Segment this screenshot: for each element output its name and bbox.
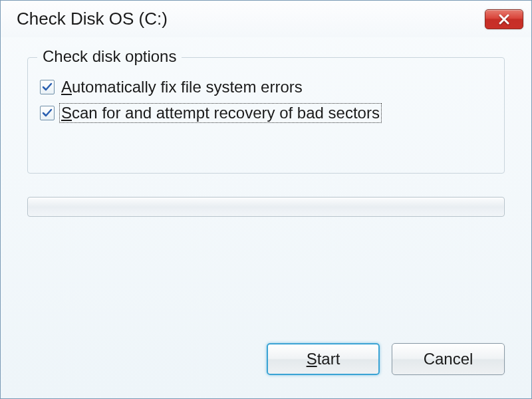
autofix-checkbox[interactable] bbox=[40, 80, 55, 94]
option-scanbad-row: Scan for and attempt recovery of bad sec… bbox=[40, 103, 492, 123]
checkmark-icon bbox=[42, 82, 53, 92]
dialog-content: Check disk options Automatically fix fil… bbox=[1, 37, 531, 217]
autofix-label: Automatically fix file system errors bbox=[61, 78, 303, 96]
button-row: Start Cancel bbox=[267, 343, 505, 375]
window-title: Check Disk OS (C:) bbox=[17, 9, 168, 29]
titlebar: Check Disk OS (C:) bbox=[1, 1, 531, 37]
start-button-label: Start bbox=[307, 350, 340, 368]
close-icon bbox=[498, 13, 510, 25]
cancel-button[interactable]: Cancel bbox=[392, 343, 505, 375]
cancel-button-label: Cancel bbox=[424, 350, 473, 368]
option-autofix-row: Automatically fix file system errors bbox=[40, 78, 492, 96]
options-groupbox: Check disk options Automatically fix fil… bbox=[27, 57, 505, 174]
start-button[interactable]: Start bbox=[267, 343, 380, 375]
groupbox-legend: Check disk options bbox=[37, 47, 182, 66]
progress-bar bbox=[27, 197, 505, 217]
close-button[interactable] bbox=[485, 9, 523, 29]
scanbad-label: Scan for and attempt recovery of bad sec… bbox=[59, 103, 382, 123]
dialog-window: Check Disk OS (C:) Check disk options Au… bbox=[0, 0, 532, 399]
scanbad-checkbox[interactable] bbox=[40, 106, 55, 120]
checkmark-icon bbox=[42, 108, 53, 118]
